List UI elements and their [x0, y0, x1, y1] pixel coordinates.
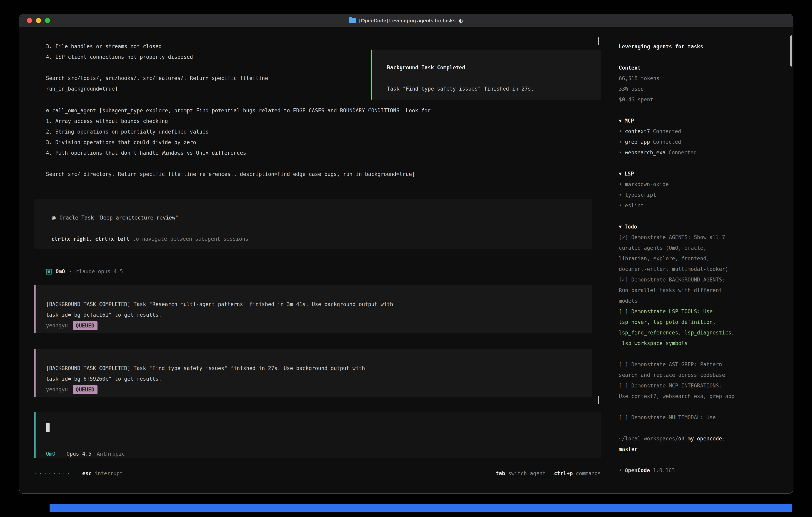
app-version: • OpenCode 1.0.163 — [619, 465, 789, 476]
tool-call-log: ⚙ call_omo_agent [subagent_type=explore,… — [46, 105, 593, 180]
version-number: 1.0.163 — [653, 465, 675, 476]
commands-hint: ctrl+p commands — [554, 468, 601, 479]
context-used: 33% used — [619, 84, 789, 94]
bullet-icon: • — [619, 200, 622, 211]
mcp-name: context7 — [625, 126, 650, 137]
todo-heading: Todo — [625, 221, 637, 232]
mcp-heading: MCP — [625, 115, 634, 126]
session-title: Leveraging agents for tasks — [619, 42, 789, 52]
lsp-name: markdown-oxide — [625, 179, 669, 190]
oracle-task-row: ◉Oracle Task "Deep architecture review" — [51, 213, 584, 223]
bullet-icon: • — [619, 465, 622, 476]
log-output-top: 3. File handles or streams not closed 4.… — [46, 41, 386, 94]
background-task-toast: Background Task Completed Task "Find typ… — [371, 50, 601, 100]
message-line: [BACKGROUND TASK COMPLETED] Task "Resear… — [46, 299, 584, 310]
terminal-window: [OpenCode] Leveraging agents for tasks ◐… — [19, 14, 793, 494]
minimize-button[interactable] — [36, 18, 41, 23]
collapse-triangle-icon: ▼ — [619, 115, 622, 126]
input-agent-name: OmO — [46, 448, 55, 459]
esc-key: esc — [82, 468, 92, 479]
agent-name: OmO — [56, 266, 65, 277]
status-right: tab switch agent ctrl+p commands — [496, 468, 601, 479]
titlebar: [OpenCode] Leveraging agents for tasks ◐ — [19, 15, 793, 27]
context-heading: Context — [619, 62, 789, 73]
context-tokens: 66,518 tokens — [619, 73, 789, 84]
lsp-item: • typescript — [619, 190, 789, 200]
lsp-name: eslint — [625, 200, 644, 211]
collapse-triangle-icon: ▼ — [619, 221, 622, 232]
oracle-hint: ctrl+x right, ctrl+x left to navigate be… — [51, 234, 584, 244]
hint-keys: ctrl+x right, ctrl+x left — [51, 236, 129, 242]
message-line: [BACKGROUND TASK COMPLETED] Task "Find t… — [46, 363, 584, 374]
ctrlp-key: ctrl+p — [554, 468, 573, 479]
main-scrollbar-thumb-top[interactable] — [598, 37, 599, 45]
prompt-input[interactable]: OmO Opus 4.5 Anthropic — [34, 412, 601, 458]
switch-agent-hint: tab switch agent — [496, 468, 546, 479]
repo-name: oh-my-opencode: — [678, 436, 725, 442]
mcp-name: websearch_exa — [625, 147, 666, 158]
input-meta: OmO Opus 4.5 Anthropic — [46, 448, 593, 459]
agent-model: claude-opus-4-5 — [76, 266, 123, 277]
activity-spinner-dots: ········ — [34, 468, 72, 479]
lsp-item: • eslint — [619, 200, 789, 211]
message-author: yeongyu — [46, 384, 68, 395]
context-spent: $0.46 spent — [619, 94, 789, 105]
loading-state-icon: ◐ — [459, 15, 463, 27]
oracle-task-title: Oracle Task "Deep architecture review" — [60, 215, 178, 221]
spinner-circle-icon: ◉ — [51, 215, 56, 221]
mcp-item: • websearch_exa Connected — [619, 147, 789, 158]
mcp-name: grep_app — [625, 137, 650, 147]
message-line: task_id="bg_dcfac161" to get results. — [46, 310, 584, 320]
lsp-item: • markdown-oxide — [619, 179, 789, 190]
window-controls — [27, 18, 50, 23]
todo-pending-items: [ ] Demonstrate AST-GREP: Pattern search… — [619, 349, 789, 423]
mcp-section-header[interactable]: ▼ MCP — [619, 115, 789, 126]
bullet-icon: • — [619, 137, 622, 147]
brand-name: OpenCode — [625, 465, 650, 476]
input-provider: Anthropic — [97, 448, 125, 459]
bullet-icon: • — [619, 147, 622, 158]
interrupt-hint: esc interrupt — [82, 468, 123, 479]
text-cursor — [46, 423, 50, 432]
lsp-name: typescript — [625, 190, 656, 200]
lsp-heading: LSP — [625, 168, 634, 179]
message-meta: yeongyu QUEUED — [46, 320, 584, 331]
toast-title: Background Task Completed — [387, 62, 593, 73]
workspace-path: ~/local-workspaces/oh-my-opencode: — [619, 433, 789, 444]
toast-body: Task "Find type safety issues" finished … — [387, 84, 593, 94]
folder-icon — [349, 18, 356, 23]
lsp-section-header[interactable]: ▼ LSP — [619, 168, 789, 179]
path-prefix: ~/local-workspaces/ — [619, 436, 678, 442]
queued-badge: QUEUED — [73, 385, 97, 394]
fullscreen-button[interactable] — [45, 18, 50, 23]
mcp-item: • context7 Connected — [619, 126, 789, 137]
tab-label: switch agent — [508, 468, 546, 479]
oracle-task-panel: ◉Oracle Task "Deep architecture review" … — [34, 199, 592, 249]
ctrlp-label: commands — [576, 468, 601, 479]
bullet-icon: • — [619, 179, 622, 190]
hint-text: to navigate between subagent sessions — [129, 236, 249, 242]
main-scrollbar-thumb-bottom[interactable] — [598, 396, 599, 404]
message-line: task_id="bg_6f59260c" to get results. — [46, 374, 584, 384]
todo-section-header[interactable]: ▼ Todo — [619, 221, 789, 232]
esc-label: interrupt — [95, 468, 123, 479]
input-model: Opus 4.5 — [66, 448, 91, 459]
collapse-triangle-icon: ▼ — [619, 168, 622, 179]
mcp-status: Connected — [669, 147, 697, 158]
background-window-edge — [50, 504, 792, 512]
message-author: yeongyu — [46, 320, 68, 331]
tab-key: tab — [496, 468, 505, 479]
separator-dot: · — [69, 266, 72, 277]
message-meta: yeongyu QUEUED — [46, 384, 584, 395]
bullet-icon: • — [619, 190, 622, 200]
close-button[interactable] — [27, 18, 32, 23]
sidebar: Leveraging agents for tasks Context 66,5… — [619, 27, 789, 476]
message-card: [BACKGROUND TASK COMPLETED] Task "Resear… — [34, 285, 592, 333]
message-card: [BACKGROUND TASK COMPLETED] Task "Find t… — [34, 349, 592, 397]
todo-active-item: [ ] Demonstrate LSP TOOLS: Use lsp_hover… — [619, 306, 789, 349]
status-bar: ········ esc interrupt tab switch agent … — [34, 468, 601, 479]
sidebar-scrollbar-thumb[interactable] — [790, 35, 792, 66]
agent-square-icon — [46, 269, 52, 274]
agent-header: OmO · claude-opus-4-5 — [46, 266, 123, 277]
mcp-status: Connected — [653, 137, 681, 147]
